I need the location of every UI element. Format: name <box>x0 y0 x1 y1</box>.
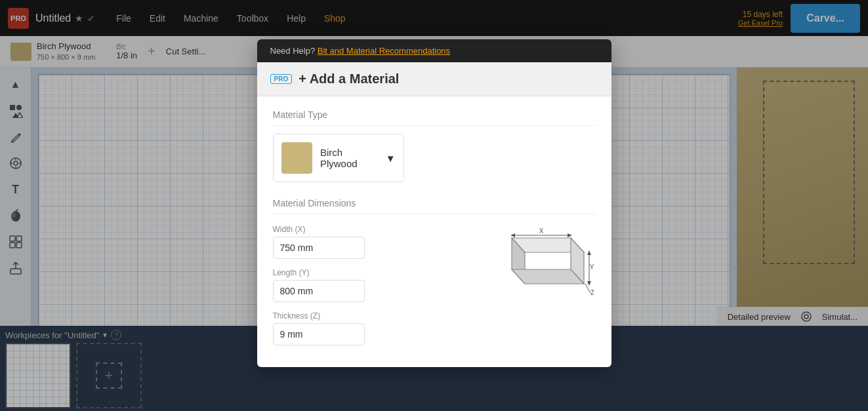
modal-body: Material Type Birch Plywood ▼ Material D… <box>257 96 611 367</box>
thickness-label: Thickness (Z) <box>273 311 475 321</box>
bit-material-link[interactable]: Bit and Material Recommendations <box>318 46 450 56</box>
dims-diagram: X Y Z <box>491 225 596 303</box>
pro-badge: PRO <box>270 74 293 84</box>
thickness-input[interactable] <box>273 323 365 345</box>
dims-fields: Width (X) Length (Y) Thickness (Z) <box>273 225 475 355</box>
width-input[interactable] <box>273 237 365 259</box>
modal-overlay: Need Help? Bit and Material Recommendati… <box>0 0 868 411</box>
material-type-label: Material Type <box>273 109 596 126</box>
help-text: Need Help? <box>270 46 316 56</box>
length-field-group: Length (Y) <box>273 268 475 302</box>
modal-title: + Add a Material <box>299 71 399 87</box>
thickness-field-group: Thickness (Z) <box>273 311 475 345</box>
width-label: Width (X) <box>273 225 475 234</box>
width-field-group: Width (X) <box>273 225 475 259</box>
dims-layout: Width (X) Length (Y) Thickness (Z) <box>273 225 596 355</box>
length-label: Length (Y) <box>273 268 475 277</box>
material-dims-label: Material Dimensions <box>273 198 596 214</box>
svg-marker-29 <box>587 281 591 286</box>
material-selector-swatch <box>281 142 312 174</box>
svg-marker-24 <box>510 233 515 237</box>
dropdown-chevron-icon: ▼ <box>386 153 396 164</box>
modal-help-bar: Need Help? Bit and Material Recommendati… <box>257 39 611 62</box>
svg-marker-22 <box>512 269 584 284</box>
svg-marker-25 <box>568 233 572 237</box>
modal-header: PRO + Add a Material <box>257 62 611 96</box>
material-type-selector[interactable]: Birch Plywood ▼ <box>273 134 404 182</box>
svg-line-31 <box>585 284 590 293</box>
svg-marker-28 <box>587 250 591 255</box>
add-material-modal: Need Help? Bit and Material Recommendati… <box>257 39 611 367</box>
material-selector-name: Birch Plywood ▼ <box>320 147 396 169</box>
svg-text:Y: Y <box>590 264 594 271</box>
material-diagram-svg: X Y Z <box>492 225 594 303</box>
length-input[interactable] <box>273 280 365 302</box>
svg-text:X: X <box>539 227 544 235</box>
svg-text:Z: Z <box>590 289 594 296</box>
